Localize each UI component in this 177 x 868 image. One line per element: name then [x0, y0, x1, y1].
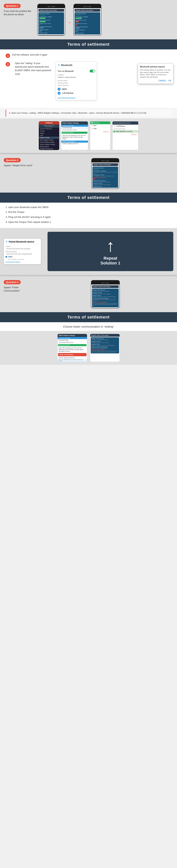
bt-device-obdii-row[interactable]: OBDII [AA:BB:CC:11:22:33]: [112, 130, 138, 133]
repeat-arrow-icon: ↑: [106, 237, 115, 254]
terms2-item1: 2. Exit the Torque: [6, 210, 171, 214]
steps-section: 1 Exit the software, and enter it again …: [0, 50, 177, 108]
error-count-label2: Adapter Error Count: [75, 23, 100, 24]
bottom-faster-desc: ELM327 Adapter preference: [57, 357, 87, 359]
torque-menu-5[interactable]: Data Logging & Upload: [39, 139, 59, 141]
pin-cancel-btn[interactable]: CANCEL: [158, 80, 166, 82]
bottom-choose-device-row[interactable]: Choose Bluetooth Device: [57, 341, 87, 344]
q2-phone-status: ■■ 12:00 ■■: [102, 160, 109, 161]
q3-notes-label: Adapter Notes: [93, 295, 118, 296]
version-label2: Adapter Version: [75, 29, 100, 31]
bottom-faster-info: Only if BT was already off. This turns o…: [92, 350, 118, 353]
terms3-instruction: Choose faster communication in "setting": [63, 325, 114, 328]
q3-notes-desc: Additional information about the OBD2 ad…: [93, 296, 118, 297]
terms2-item3: 4. Open the Torque.Then repeat solution …: [6, 220, 171, 224]
torque-menu-6[interactable]: Dash Installation settings: [39, 141, 59, 143]
paired-devices-header: Paired devices: [57, 85, 95, 86]
terms2-title: Terms of settlement: [68, 195, 109, 200]
repeat-label: Repeat Solution 1: [100, 256, 120, 266]
question1-phones: ■■ 12:00 ■■ Adapter Status Information B…: [37, 4, 173, 36]
obd2-connection-header: Connection settings: [61, 125, 88, 127]
bt-screen-title: Bluetooth: [61, 64, 73, 66]
device-name-label: Device name: [57, 80, 95, 82]
torque-subtitle: Engine Diagnosis & Performance: [39, 124, 59, 128]
device1-icon: ✦: [57, 88, 60, 91]
bottom-conn-header: Connection settings: [57, 337, 87, 339]
step2-area: 2 Open the "setting" of your android,and…: [6, 62, 171, 100]
phone-mockup-2: ■■ 12:00 ■■ Adapter Status Information B…: [73, 4, 101, 36]
q2-conn-adapter: Connection to adapter: [93, 170, 117, 172]
error-count-value1: 0: [39, 24, 64, 26]
torque-menu-1[interactable]: Themes: [39, 130, 59, 132]
obd2-choose-device-row[interactable]: Choose Bluetooth Device: [61, 129, 88, 131]
bt-device-auto-row[interactable]: 小米手机/Auto: [112, 125, 138, 128]
step1-text: Exit the software, and enter it again: [12, 53, 171, 57]
q2-bt-value: ● Enabled: [93, 168, 117, 170]
bottom-faster-comm-row[interactable]: Faster communication: [58, 353, 86, 356]
search-link[interactable]: Can't find target device?: [57, 97, 95, 99]
obd2-connection-type-row[interactable]: Connection Type: [61, 127, 88, 129]
manufacturer-label2: Adapter Manufacturer: [75, 26, 100, 28]
step1-item: 1 Exit the software, and enter it again: [6, 53, 171, 58]
q3-phone-status: ■■ 12:00 ■■: [102, 282, 109, 284]
error-count-value2: 5: [75, 24, 77, 26]
bt-toggle-row: Turn on Bluetooth: [57, 70, 95, 72]
q2-mfr-label: Adapter Manufacturer: [93, 180, 117, 181]
torque-menu-3[interactable]: Units: [39, 134, 59, 137]
repeat-obdii-row: OBDII: [5, 256, 39, 258]
step2-text-area: Open the "setting" of your android,and s…: [15, 62, 52, 76]
conn-adapter-status2: Connected: [75, 18, 82, 19]
pin-dialog-text: PIN contains letters or symbols. You may…: [140, 69, 171, 78]
terms1-header: Terms of settlement: [0, 39, 177, 50]
torque-menu-7[interactable]: Speech-Adaptive Settings: [39, 143, 59, 146]
q3-adapter-card: Adapter Manufacturer The firmware name o…: [92, 288, 119, 307]
choose-faster-text: Choose faster communication in "setting": [0, 322, 177, 331]
q2-bt-label: Bluetooth Enabled: [93, 167, 117, 168]
question3-description: Question 3 Appear "Faster Communication": [4, 280, 33, 292]
q3-mfr-desc: The firmware name of the adapter: [93, 291, 118, 292]
connection-type-list: Bluetooth WiFi USB CANCEL: [90, 121, 110, 150]
step3-container: 3. Open your Torque---setting---OBD2 Ada…: [0, 108, 177, 119]
obd2-faster-comm-desc: ELM327 Adapter preference: [61, 143, 88, 145]
torque-menu-2[interactable]: Plugins: [39, 132, 59, 134]
q3-adapter-title: Adapter Status Information: [92, 285, 119, 288]
repeat-arrow-box: ↑ Repeat Solution 1: [48, 232, 173, 271]
adapter-status-title2: Adapter Status Information: [75, 9, 100, 12]
device-obdii-name: OBDII [AA:BB:CC:11:22:33]: [116, 131, 132, 132]
terms1-title: Terms of settlement: [68, 42, 109, 46]
device-obdii-radio: [113, 131, 115, 132]
bt-toggle-switch[interactable]: [90, 70, 95, 72]
question1-text: If you meet the problem like the picture…: [4, 9, 33, 16]
torque-menu-list: General Preferences Themes Plugins Units…: [39, 128, 59, 150]
terms2-header: Terms of settlement: [0, 193, 177, 203]
device1-row[interactable]: ✦ OBDII: [57, 87, 95, 91]
manufacturer-value1: ELM327: [39, 27, 64, 29]
error-count-label1: Adapter Error Count: [39, 23, 64, 24]
usb-radio-empty: [91, 128, 93, 129]
conn-ecu-label2: Connection to ECU: [75, 20, 100, 21]
visibility-label: Visibility: [57, 74, 95, 76]
bt-device-cancel-btn[interactable]: CANCEL: [112, 133, 138, 136]
conn-cancel-btn[interactable]: CANCEL: [90, 130, 110, 133]
q2-ver-desc: The firmware version of the adapter: [93, 184, 117, 185]
repeat-bt-settings-link[interactable]: See Bluetooth settings: [5, 261, 39, 262]
conn-ecu-status1: Connected: [39, 21, 46, 22]
pin-dialog: Bluetooth pairing request PIN contains l…: [138, 63, 173, 84]
pin-ok-btn[interactable]: OK: [169, 80, 171, 82]
conn-wifi-label: WiFi: [94, 125, 97, 126]
torque-menu-9[interactable]: Manage PIDS/Sensors: [39, 148, 59, 150]
device2-row[interactable]: ✦ 小米手机/Auto: [57, 91, 95, 95]
conn-type-wifi-item[interactable]: WiFi: [90, 124, 110, 127]
q2-mfr-desc: The firmware name of the adapter: [93, 181, 117, 183]
manufacturer-label1: Adapter Manufacturer: [39, 26, 64, 27]
repeat-pairing-desc: Send and receive files using Bluetooth: [5, 253, 39, 255]
torque-menu-0[interactable]: General Preferences: [39, 128, 59, 130]
bottom-conn-type-row[interactable]: Connection Type: [57, 339, 87, 341]
conn-type-bt-item[interactable]: Bluetooth: [90, 121, 110, 124]
torque-menu-4[interactable]: Adapter Settings: [39, 137, 59, 139]
conn-type-usb-item[interactable]: USB: [90, 127, 110, 130]
q2-ver-label: Adapter Version: [93, 183, 117, 184]
torque-menu-8[interactable]: Manage Alarms: [39, 146, 59, 148]
notes-label1: Adapter Notes: [39, 32, 64, 34]
step2-number: 2: [6, 62, 10, 66]
